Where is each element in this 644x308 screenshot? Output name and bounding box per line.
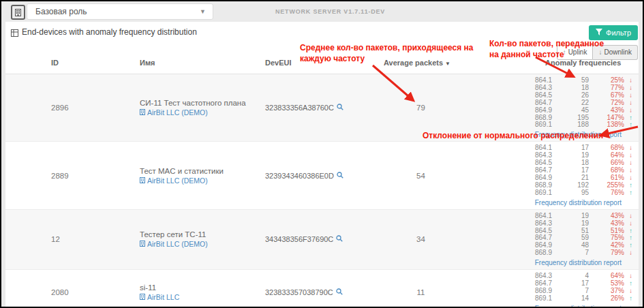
packet-count: 14 <box>552 295 589 303</box>
packet-count: 188 <box>552 121 589 129</box>
anomaly-frequencies-cell: 864.11768%↓864.31964%↓864.51866%↓864.717… <box>525 142 632 209</box>
role-selector[interactable]: Базовая роль ▼ <box>27 3 213 20</box>
device-name-cell: Тестер сети ТС-11 AirBit LLC (DEMO) <box>140 230 265 248</box>
frequency-value: 869.1 <box>525 295 552 303</box>
frequency-list: 864.3464%↓864.71753%↑868.9737%↓869.11426… <box>525 273 632 303</box>
deveui-cell: 343438356F37690C <box>265 235 388 243</box>
search-icon[interactable] <box>337 172 343 180</box>
organization-link[interactable]: AirBit LLC (DEMO) <box>140 176 265 185</box>
deviation-down-icon: ↓ <box>624 249 632 257</box>
packet-count: 95 <box>552 189 589 197</box>
search-icon[interactable] <box>336 288 343 296</box>
annotation-packet-count: Кол-во пакетов, переданноена данной част… <box>489 38 604 60</box>
packet-count: 19 <box>552 213 589 220</box>
frequency-value: 864.3 <box>525 220 552 228</box>
packet-count: 19 <box>552 220 589 228</box>
building-icon <box>140 240 145 248</box>
frequency-report-link[interactable]: Frequency distribution report <box>525 199 632 206</box>
device-id: 2080 <box>5 288 140 296</box>
annotation-average-packets: Среднее кол-во пакетов, приходящееся нак… <box>300 42 474 64</box>
device-id: 2889 <box>5 172 140 180</box>
organization-name: AirBit LLC (DEMO) <box>147 240 208 248</box>
deviation-percent: 43% <box>589 220 624 228</box>
organization-link[interactable]: AirBit LLC (DEMO) <box>140 108 265 117</box>
deviation-up-icon: ↑ <box>624 189 632 197</box>
frequency-list: 864.15925%↓864.31877%↓864.52667%↓864.722… <box>525 77 632 129</box>
frequency-row: 864.94543%↓ <box>525 107 632 114</box>
frequency-report-link[interactable]: Frequency distribution report <box>525 305 632 308</box>
average-packets-value: 11 <box>402 288 440 296</box>
table-row: 2889 Тест MAC и статистики AirBit LLC (D… <box>5 141 639 209</box>
deveui-value: 323833357038790C <box>265 288 333 296</box>
frequency-row: 864.31943%↓ <box>525 220 632 228</box>
deveui-value: 3239343460386E0D <box>265 172 334 180</box>
frequency-value: 864.1 <box>525 213 552 220</box>
frequency-value: 864.7 <box>525 99 552 107</box>
device-name-cell: СИ-11 Тест частотного плана AirBit LLC (… <box>140 99 265 117</box>
deveui-cell: 3239343460386E0D <box>265 172 388 180</box>
frequency-report-link[interactable]: Frequency distribution report <box>525 259 632 266</box>
deviation-down-icon: ↓ <box>624 99 632 107</box>
column-header-name: Имя <box>140 59 155 67</box>
organization-link[interactable]: AirBit LLC (DEMO) <box>140 240 265 248</box>
page-title: End-devices with anomaly frequency distr… <box>22 27 197 37</box>
organization-name: AirBit LLC (DEMO) <box>147 108 208 117</box>
column-header-deveui: DevEUI <box>265 59 292 67</box>
annotation-deviation: Отклонение от нормального распределения <box>423 130 603 141</box>
frequency-row: 869.19576%↑ <box>525 189 632 197</box>
device-id: 12 <box>5 235 140 243</box>
device-name: Тестер сети ТС-11 <box>140 230 265 238</box>
deviation-percent: 26% <box>589 295 624 303</box>
deviation-percent: 72% <box>589 99 624 107</box>
frequency-row: 869.11426%↑ <box>525 295 632 303</box>
deviation-percent: 43% <box>589 213 624 220</box>
deveui-cell: 323833356A38760C <box>265 104 388 112</box>
deviation-percent: 43% <box>589 107 624 114</box>
organization-link[interactable]: AirBit LLC <box>140 293 265 301</box>
content-card: End-devices with anomaly frequency distr… <box>5 22 639 308</box>
average-packets-value: 79 <box>402 104 440 112</box>
column-header-id: ID <box>51 59 59 67</box>
frequency-value: 869.1 <box>525 189 552 197</box>
top-header-bar: Базовая роль ▼ NETWORK SERVER V1.7.11-DE… <box>1 1 643 22</box>
table-row: 2080 si-11 AirBit LLC 323833357038790C 1… <box>5 269 639 308</box>
packet-count: 7 <box>552 249 589 257</box>
device-name-cell: Тест MAC и статистики AirBit LLC (DEMO) <box>140 167 265 185</box>
frequency-list: 864.11943%↓864.31943%↓864.55151%↑864.759… <box>525 213 632 257</box>
organization-name: AirBit LLC (DEMO) <box>147 176 208 185</box>
chevron-down-icon: ▼ <box>200 4 206 19</box>
packet-count: 48 <box>552 242 589 249</box>
frequency-row: 869.1188138%↑ <box>525 121 632 129</box>
device-name: Тест MAC и статистики <box>140 167 265 175</box>
frequency-row: 864.72272%↓ <box>525 99 632 107</box>
table-grid-icon <box>11 27 18 40</box>
deveui-value: 323833356A38760C <box>265 104 334 112</box>
average-packets-value: 54 <box>402 172 440 180</box>
anomaly-frequencies-cell: 864.11943%↓864.31943%↓864.55151%↑864.759… <box>525 210 632 269</box>
app-window: Базовая роль ▼ NETWORK SERVER V1.7.11-DE… <box>0 0 644 308</box>
packet-count: 45 <box>552 107 589 114</box>
building-icon <box>140 108 145 117</box>
building-icon <box>140 293 145 301</box>
search-icon[interactable] <box>337 104 343 112</box>
deveui-cell: 323833357038790C <box>265 288 388 296</box>
frequency-row: 868.9779%↓ <box>525 249 632 257</box>
frequency-value: 869.1 <box>525 121 552 129</box>
anomaly-frequencies-cell: 864.3464%↓864.71753%↑868.9737%↓869.11426… <box>525 270 632 308</box>
deviation-percent: 76% <box>589 189 624 197</box>
deviation-down-icon: ↓ <box>624 107 632 114</box>
device-table-body: 2896 СИ-11 Тест частотного плана AirBit … <box>5 74 639 308</box>
device-id: 2896 <box>5 104 140 112</box>
frequency-list: 864.11768%↓864.31964%↓864.51866%↓864.717… <box>525 144 632 196</box>
building-icon <box>140 176 145 185</box>
deviation-percent: 79% <box>589 249 624 257</box>
frequency-value: 868.9 <box>525 249 552 257</box>
filter-button-label: Фильтр <box>606 29 631 37</box>
search-icon[interactable] <box>336 235 343 243</box>
deveui-value: 343438356F37690C <box>265 235 333 243</box>
organization-icon[interactable] <box>11 5 25 20</box>
deviation-percent: 138% <box>589 121 624 129</box>
device-name: СИ-11 Тест частотного плана <box>140 99 265 107</box>
table-row: 12 Тестер сети ТС-11 AirBit LLC (DEMO) 3… <box>5 209 639 269</box>
deviation-down-icon: ↓ <box>624 213 632 220</box>
